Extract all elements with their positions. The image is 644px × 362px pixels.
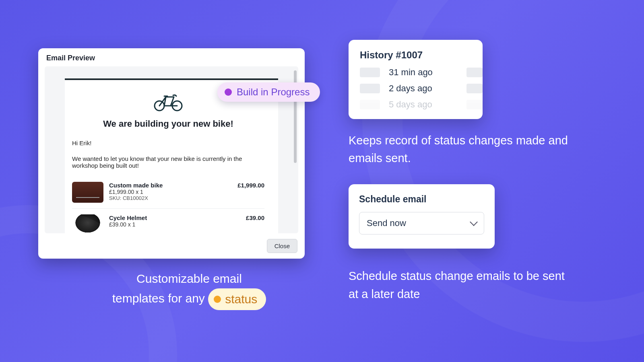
product-price: £1,999.00 bbox=[237, 182, 264, 189]
schedule-select[interactable]: Send now bbox=[359, 212, 484, 234]
history-row: 31 min ago bbox=[360, 67, 483, 78]
close-button[interactable]: Close bbox=[267, 239, 297, 253]
product-name: Custom made bike bbox=[109, 182, 232, 189]
history-card: History #1007 31 min ago 2 days ago 5 da… bbox=[349, 40, 483, 119]
history-row: 2 days ago bbox=[360, 83, 483, 94]
email-body-text: We wanted to let you know that your new … bbox=[72, 155, 264, 169]
product-image-helmet bbox=[72, 214, 103, 233]
status-dot-icon bbox=[214, 296, 221, 303]
product-sku: SKU: CB10002X bbox=[109, 195, 232, 201]
status-dot-icon bbox=[225, 88, 232, 96]
product-line: £39.00 x 1 bbox=[109, 221, 240, 228]
product-row: Cycle Helmet £39.00 x 1 £39.00 bbox=[72, 208, 264, 233]
schedule-email-card: Schedule email Send now bbox=[349, 184, 495, 249]
history-timestamp: 31 min ago bbox=[389, 67, 458, 78]
placeholder-block bbox=[466, 100, 483, 109]
left-caption: Customizable email templates for any sta… bbox=[76, 269, 302, 310]
status-chip: status bbox=[208, 288, 266, 311]
email-preview-header: Email Preview bbox=[38, 48, 305, 66]
schedule-caption: Schedule status change emails to be sent… bbox=[349, 267, 574, 303]
history-caption: Keeps record of status changes made and … bbox=[349, 132, 574, 167]
caption-text: Customizable email bbox=[136, 272, 242, 285]
status-pill-label: Build in Progress bbox=[237, 86, 310, 98]
history-timestamp: 5 days ago bbox=[389, 99, 458, 110]
placeholder-block bbox=[466, 68, 483, 77]
schedule-title: Schedule email bbox=[359, 194, 484, 205]
chevron-down-icon bbox=[470, 218, 478, 226]
placeholder-block bbox=[466, 84, 483, 93]
email-greeting: Hi Erik! bbox=[72, 140, 264, 146]
email-preview-footer: Close bbox=[38, 233, 305, 259]
placeholder-block bbox=[360, 100, 380, 109]
status-chip-label: status bbox=[225, 290, 257, 309]
product-image-bike bbox=[72, 182, 103, 203]
product-row: Custom made bike £1,999.00 x 1 SKU: CB10… bbox=[72, 179, 264, 208]
history-timestamp: 2 days ago bbox=[389, 83, 458, 94]
email-headline: We are building your new bike! bbox=[72, 119, 264, 129]
product-line: £1,999.00 x 1 bbox=[109, 189, 232, 195]
placeholder-block bbox=[360, 84, 380, 93]
schedule-select-value: Send now bbox=[367, 218, 406, 228]
email-preview-panel: Email Preview We are building your new b… bbox=[38, 48, 305, 259]
product-price: £39.00 bbox=[246, 214, 264, 221]
history-title: History #1007 bbox=[360, 49, 483, 61]
placeholder-block bbox=[360, 68, 380, 77]
status-pill-build-in-progress: Build in Progress bbox=[217, 82, 320, 102]
caption-text: templates for any bbox=[112, 292, 205, 305]
history-row: 5 days ago bbox=[360, 99, 483, 110]
product-name: Cycle Helmet bbox=[109, 214, 240, 221]
